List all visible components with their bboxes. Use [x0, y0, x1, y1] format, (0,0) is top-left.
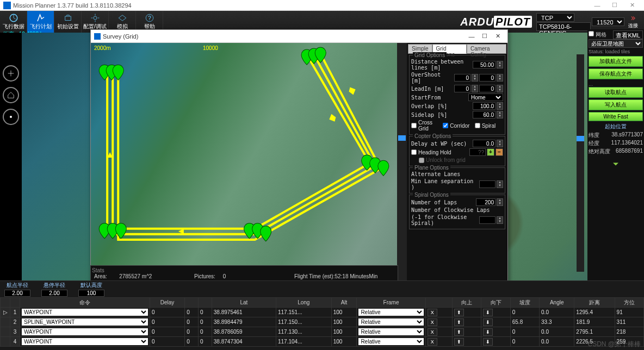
dots: ...: [589, 81, 643, 87]
x-button[interactable]: X: [428, 318, 437, 326]
overshoot2-input[interactable]: [479, 74, 496, 82]
down-button[interactable]: ⬇: [483, 338, 493, 346]
survey-max-button[interactable]: ☐: [478, 33, 491, 40]
table-row[interactable]: ▷1 WAYPOINT 00038.8975461117.151...100 R…: [1, 308, 644, 317]
default-alt-input[interactable]: [78, 290, 104, 297]
col-header[interactable]: Lat: [212, 298, 276, 308]
x-button[interactable]: X: [428, 309, 437, 316]
copter-legend: Copter Options: [413, 133, 453, 139]
x-button[interactable]: X: [428, 328, 437, 336]
col-header[interactable]: [185, 298, 199, 308]
expand-down-icon[interactable]: [589, 159, 643, 171]
cw-laps-input[interactable]: [479, 216, 496, 224]
col-header[interactable]: Long: [276, 298, 331, 308]
x-button[interactable]: X: [428, 338, 437, 346]
col-header[interactable]: 向上: [453, 298, 481, 308]
write-wp-button[interactable]: 写入航点: [589, 99, 643, 110]
table-row[interactable]: 2 SPLINE_WAYPOINT 00038.8984479117.150..…: [1, 317, 644, 327]
window-title: Mission Planner 1.3.77 build 1.3.8110.38…: [13, 2, 132, 9]
down-button[interactable]: ⬇: [483, 309, 493, 316]
write-fast-button[interactable]: Write Fast: [589, 112, 643, 121]
frame-select[interactable]: Relative: [358, 309, 423, 316]
frame-select[interactable]: Relative: [358, 328, 423, 335]
load-wp-button[interactable]: 加载航点文件: [589, 56, 643, 67]
view-kml-button[interactable]: 查看KML: [613, 30, 643, 39]
down-button[interactable]: ⬇: [483, 328, 493, 336]
col-header[interactable]: Delay: [150, 298, 184, 308]
overshoot1-input[interactable]: [454, 74, 470, 82]
delay-wp-input[interactable]: [473, 140, 496, 147]
baud-select[interactable]: 115200: [592, 17, 624, 26]
startfrom-select[interactable]: Home: [468, 93, 503, 101]
frame-select[interactable]: Relative: [358, 318, 423, 326]
table-row[interactable]: 3 WAYPOINT 00038.8786059117.130...100 Re…: [1, 327, 644, 337]
up-button[interactable]: ⬆: [454, 338, 464, 346]
save-wp-button[interactable]: 保存航点文件: [589, 68, 643, 79]
tab-initial-setup[interactable]: 初始设置: [54, 11, 82, 33]
up-button[interactable]: ⬆: [454, 318, 464, 326]
survey-map[interactable]: 2000m10000: [91, 43, 397, 299]
tool-home[interactable]: [3, 87, 19, 103]
close-button[interactable]: ✕: [623, 2, 641, 9]
corridor-checkbox[interactable]: [443, 123, 448, 128]
zoom-slider[interactable]: [577, 54, 584, 272]
heading-minus[interactable]: −: [496, 148, 503, 156]
tab-flight-data[interactable]: 飞行数据: [0, 11, 27, 33]
overlap-input[interactable]: [473, 102, 496, 110]
col-header[interactable]: 距离: [574, 298, 615, 308]
heading-val[interactable]: [469, 148, 486, 156]
svg-point-2: [94, 16, 97, 20]
col-header[interactable]: 坡度: [510, 298, 539, 308]
col-header[interactable]: [425, 298, 452, 308]
maximize-button[interactable]: ☐: [606, 2, 623, 9]
crossgrid-checkbox[interactable]: [411, 123, 417, 128]
col-header[interactable]: [199, 298, 212, 308]
up-button[interactable]: ⬆: [454, 328, 464, 336]
spiral-checkbox[interactable]: [475, 123, 480, 128]
survey-close-button[interactable]: ✕: [491, 33, 504, 40]
connect-button[interactable]: 连接: [626, 14, 641, 29]
loiter-radius-input[interactable]: [41, 290, 67, 297]
tab-camera-config[interactable]: Camera Config: [467, 44, 506, 54]
col-header[interactable]: Frame: [357, 298, 425, 308]
tool-center[interactable]: [3, 109, 19, 125]
survey-icon: [94, 33, 101, 40]
tool-measure[interactable]: [3, 65, 19, 82]
heading-plus[interactable]: +: [487, 148, 494, 156]
sidelap-input[interactable]: [473, 111, 496, 118]
proto-select[interactable]: TCP: [536, 13, 574, 22]
waypoint-grid[interactable]: 命令DelayLatLongAltFrame向上向下坡度Angle距离方位 ▷1…: [0, 297, 644, 350]
start-pos-label: 起始位置: [589, 123, 643, 130]
minimize-button[interactable]: —: [589, 2, 606, 9]
grid-checkbox[interactable]: [589, 31, 594, 36]
col-header[interactable]: 方位: [615, 298, 643, 308]
lane-sep-input[interactable]: [479, 180, 496, 188]
col-header[interactable]: 命令: [20, 298, 150, 308]
cmd-select[interactable]: WAYPOINT: [22, 338, 148, 345]
down-button[interactable]: ⬇: [483, 318, 493, 326]
up-button[interactable]: ⬆: [454, 309, 464, 316]
col-header[interactable]: 向下: [481, 298, 510, 308]
laps-input[interactable]: [476, 198, 496, 206]
wp-radius-input[interactable]: [4, 290, 30, 297]
col-header[interactable]: Alt: [331, 298, 357, 308]
col-header[interactable]: [1, 298, 10, 308]
read-wp-button[interactable]: 读取航点: [589, 87, 643, 98]
cmd-select[interactable]: WAYPOINT: [22, 328, 148, 335]
spinner[interactable]: ▲▼: [497, 61, 503, 68]
col-header[interactable]: Angle: [540, 298, 574, 308]
cmd-select[interactable]: WAYPOINT: [22, 309, 148, 316]
map-source-select[interactable]: 必应卫星地图: [589, 39, 643, 48]
dist-lines-input[interactable]: [473, 61, 496, 68]
table-row[interactable]: 4 WAYPOINT 00038.8747304117.104...100 Re…: [1, 337, 644, 347]
leadin2-input[interactable]: [479, 85, 496, 92]
tab-flight-plan[interactable]: 飞行计划: [27, 11, 54, 33]
col-header[interactable]: [10, 298, 20, 308]
cmd-select[interactable]: SPLINE_WAYPOINT: [22, 318, 148, 326]
survey-min-button[interactable]: —: [465, 33, 478, 40]
device-select[interactable]: TCP5810-6-GENERIC: [536, 22, 591, 31]
heading-hold-checkbox[interactable]: [411, 149, 417, 155]
frame-select[interactable]: Relative: [358, 338, 423, 345]
leadin1-input[interactable]: [454, 85, 470, 92]
survey-vslider[interactable]: [397, 43, 407, 299]
